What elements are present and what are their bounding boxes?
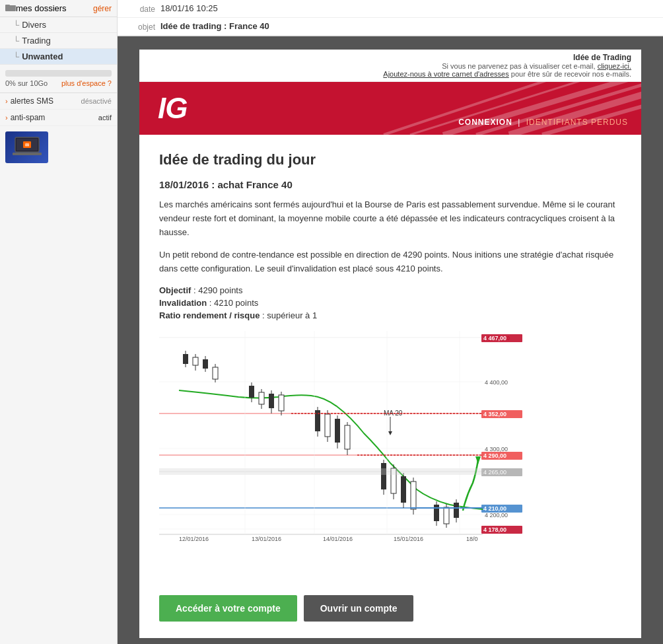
svg-rect-65 <box>381 463 386 489</box>
email-footer: Accéder à votre compte Ouvrir un compte <box>139 585 641 638</box>
sms-status-badge: désactivé <box>81 97 112 105</box>
promo-box-container: ✉ <box>0 126 117 168</box>
ratio-value: : supérieur à 1 <box>262 310 317 320</box>
svg-text:4 290,00: 4 290,00 <box>483 452 506 459</box>
email-body-bg: Idée de Trading Si vous ne parvenez pas … <box>118 36 663 644</box>
promo-banner[interactable]: ✉ <box>5 131 48 163</box>
anti-spam-label: anti-spam <box>11 113 46 122</box>
date-label-4: 15/01/2016 <box>394 536 423 542</box>
support-zone <box>159 468 483 475</box>
svg-rect-47 <box>213 367 218 379</box>
svg-text:4 300,00: 4 300,00 <box>485 446 508 452</box>
svg-rect-69 <box>401 476 406 503</box>
cliquez-ici-link[interactable]: cliquez-ici. <box>598 62 631 70</box>
anti-spam-row: › anti-spam actif <box>0 110 117 126</box>
storage-bar-track <box>5 70 112 77</box>
nav-pipe: | <box>518 118 523 127</box>
svg-rect-53 <box>269 394 274 408</box>
date-label-5: 18/0 <box>466 536 478 542</box>
sms-alerts-row: › alertes SMS désactivé <box>0 93 117 110</box>
chart-svg: 4 467,00 4 467,00 4 400,00 4 352,00 4 30… <box>159 331 529 555</box>
sms-alerts-label: alertes SMS <box>11 96 53 106</box>
svg-line-8 <box>476 82 641 135</box>
email-content-card: Idée de Trading Si vous ne parvenez pas … <box>139 50 641 638</box>
svg-text:✉: ✉ <box>25 143 29 147</box>
sidebar-mes-dossiers: mes dossiers gérer <box>0 0 117 17</box>
subject-value: Idée de trading : France 40 <box>160 21 269 31</box>
open-account-button[interactable]: Ouvrir un compte <box>304 595 414 622</box>
email-subject-row: objet Idée de trading : France 40 <box>118 18 663 36</box>
svg-rect-61 <box>335 419 340 443</box>
gerer-link[interactable]: gérer <box>93 4 112 13</box>
email-date-title: 18/01/2016 : achat France 40 <box>159 179 621 190</box>
trading-chart: 4 467,00 4 467,00 4 400,00 4 352,00 4 30… <box>159 331 621 555</box>
objectif-label: Objectif <box>159 285 191 295</box>
connexion-label[interactable]: CONNEXION <box>458 118 512 127</box>
svg-rect-4 <box>13 153 42 155</box>
svg-rect-13 <box>159 331 529 555</box>
svg-line-10 <box>410 82 608 135</box>
svg-rect-49 <box>249 386 254 398</box>
more-space-link[interactable]: plus d'espace ? <box>61 79 112 87</box>
objectif-value: : 4290 points <box>193 285 242 295</box>
email-main-section: Idée de trading du jour 18/01/2016 : ach… <box>139 135 641 585</box>
svg-rect-41 <box>183 354 188 364</box>
svg-text:4 467,00: 4 467,00 <box>483 335 506 341</box>
svg-rect-73 <box>434 505 439 521</box>
svg-rect-1 <box>5 5 10 7</box>
svg-rect-71 <box>411 482 416 509</box>
email-para2: Un petit rebond de contre-tendance est p… <box>159 248 621 276</box>
date-label-2: 13/01/2016 <box>252 536 281 542</box>
svg-text:4 352,00: 4 352,00 <box>483 411 506 417</box>
svg-text:4 400,00: 4 400,00 <box>485 379 508 386</box>
email-stats: Objectif : 4290 points Invalidation : 42… <box>159 285 621 320</box>
identifiants-link[interactable]: IDENTIFIANTS PERDUS <box>526 118 628 127</box>
carnet-adresses-link[interactable]: Ajoutez-nous à votre carnet d'adresses <box>383 70 508 78</box>
svg-text:4 178,00: 4 178,00 <box>483 526 506 533</box>
date-value: 18/01/16 10:25 <box>160 3 218 13</box>
svg-rect-45 <box>203 359 208 369</box>
antispam-arrow-icon: › <box>5 114 8 122</box>
info-line3: pour être sûr de recevoir nos e-mails. <box>511 70 631 78</box>
sms-arrow-icon: › <box>5 97 8 105</box>
svg-text:4 265,00: 4 265,00 <box>483 469 506 476</box>
sidebar-item-unwanted[interactable]: └ Unwanted <box>0 49 117 65</box>
laptop-icon: ✉ <box>13 136 42 159</box>
email-title: Idée de trading du jour <box>159 151 621 168</box>
sidebar-item-divers[interactable]: └ Divers <box>0 17 117 33</box>
mes-dossiers-label: mes dossiers <box>16 3 67 13</box>
invalidation-label: Invalidation <box>159 298 207 308</box>
svg-text:4 200,00: 4 200,00 <box>485 512 508 519</box>
date-label-3: 14/01/2016 <box>323 536 353 542</box>
anti-spam-status-badge: actif <box>98 114 112 122</box>
ig-nav: CONNEXION | IDENTIFIANTS PERDUS <box>458 118 628 127</box>
ratio-label: Ratio rendement / risque <box>159 310 260 320</box>
email-para1: Les marchés américains sont fermés aujou… <box>159 198 621 239</box>
ig-logo: IG <box>153 92 192 125</box>
main-content: date 18/01/16 10:25 objet Idée de tradin… <box>118 0 663 644</box>
subject-label: objet <box>124 21 160 32</box>
brand-label: Idée de Trading <box>573 53 631 62</box>
date-label-1: 12/01/2016 <box>179 536 209 542</box>
svg-rect-75 <box>444 507 449 524</box>
storage-percent: 0% sur 10Go <box>5 79 48 87</box>
svg-rect-77 <box>454 503 459 518</box>
email-header: date 18/01/16 10:25 objet Idée de tradin… <box>118 0 663 36</box>
svg-rect-59 <box>325 414 330 437</box>
ma-label: MA 20 <box>384 410 403 417</box>
svg-rect-51 <box>259 392 264 404</box>
svg-rect-55 <box>279 395 284 411</box>
svg-rect-43 <box>193 357 198 365</box>
ratio-line: Ratio rendement / risque : supérieur à 1 <box>159 310 621 320</box>
sidebar-folder-icon <box>5 3 16 13</box>
invalidation-line: Invalidation : 4210 points <box>159 298 621 308</box>
sidebar-item-trading[interactable]: └ Trading <box>0 33 117 49</box>
access-account-button[interactable]: Accéder à votre compte <box>159 595 297 622</box>
svg-rect-63 <box>345 425 350 449</box>
svg-text:4 210,00: 4 210,00 <box>483 505 506 512</box>
invalidation-value: : 4210 points <box>209 298 258 308</box>
objectif-line: Objectif : 4290 points <box>159 285 621 295</box>
storage-section: 0% sur 10Go plus d'espace ? <box>0 65 117 93</box>
date-label: date <box>124 3 160 14</box>
info-line1: Si vous ne parvenez pas à visualiser cet… <box>442 62 595 70</box>
